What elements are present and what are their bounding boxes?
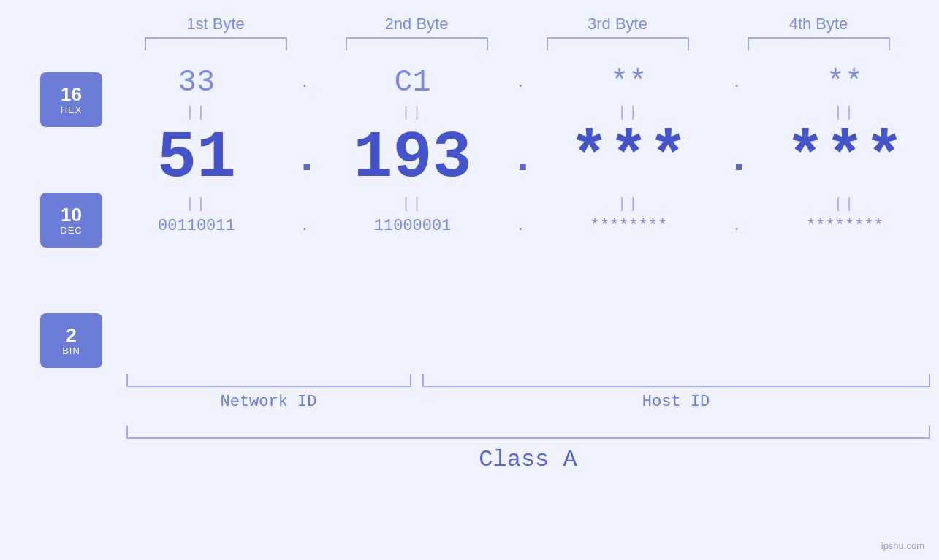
hex-b1: 33 bbox=[123, 65, 270, 100]
eq1-b1: || bbox=[123, 104, 270, 121]
eq2-b4: || bbox=[772, 196, 918, 212]
bracket-2 bbox=[346, 37, 488, 50]
dot-hex-2: . bbox=[509, 74, 531, 91]
class-section: Class A bbox=[126, 426, 930, 473]
hex-badge: 16 HEX bbox=[40, 72, 102, 127]
bracket-1 bbox=[145, 37, 287, 50]
network-bracket bbox=[126, 374, 411, 387]
dec-badge: 10 DEC bbox=[40, 193, 102, 248]
bracket-4 bbox=[748, 37, 890, 50]
bin-b4: ******** bbox=[772, 217, 918, 235]
dec-badge-number: 10 bbox=[61, 204, 82, 226]
dec-b2: 193 bbox=[340, 126, 486, 191]
bin-b3: ******** bbox=[555, 217, 702, 235]
eq1-b4: || bbox=[772, 104, 918, 121]
bin-b1: 00110011 bbox=[123, 217, 270, 235]
content-area: 16 HEX 10 DEC 2 BIN 33 . C1 bbox=[31, 58, 930, 368]
dec-row: 51 . 193 . *** . *** bbox=[112, 126, 930, 191]
hex-b2: C1 bbox=[340, 65, 486, 100]
dec-badge-label: DEC bbox=[60, 225, 82, 236]
bin-badge-number: 2 bbox=[66, 325, 76, 346]
eq2-b1: || bbox=[123, 196, 270, 212]
bin-badge: 2 BIN bbox=[40, 313, 102, 368]
eq1-b2: || bbox=[340, 104, 486, 121]
bin-row: 00110011 . 11000001 . ******** . *******… bbox=[112, 217, 930, 235]
byte1-header: 1st Byte bbox=[142, 15, 289, 34]
bin-badge-label: BIN bbox=[62, 345, 80, 356]
host-id-label: Host ID bbox=[422, 393, 930, 411]
network-id-label: Network ID bbox=[126, 393, 411, 411]
dot-bin-2: . bbox=[509, 218, 531, 234]
bottom-section: Network ID Host ID bbox=[126, 374, 930, 411]
hex-badge-number: 16 bbox=[61, 84, 82, 105]
eq2-b2: || bbox=[340, 196, 486, 212]
class-label: Class A bbox=[126, 446, 930, 473]
bracket-3 bbox=[547, 37, 689, 50]
equals-row-2: || || || || bbox=[112, 191, 930, 217]
bin-b2: 11000001 bbox=[340, 217, 486, 235]
dot-hex-3: . bbox=[726, 74, 748, 91]
dot-dec-2: . bbox=[509, 137, 531, 180]
dot-dec-1: . bbox=[294, 137, 316, 180]
gap-spacer bbox=[411, 393, 422, 411]
host-bracket bbox=[422, 374, 930, 387]
byte-headers: 1st Byte 2nd Byte 3rd Byte 4th Byte bbox=[115, 15, 919, 34]
eq2-b3: || bbox=[555, 196, 702, 212]
dot-bin-3: . bbox=[726, 218, 748, 234]
values-grid: 33 . C1 . ** . ** || || bbox=[112, 58, 930, 235]
byte4-header: 4th Byte bbox=[745, 15, 892, 34]
hex-badge-label: HEX bbox=[61, 104, 83, 115]
hex-row: 33 . C1 . ** . ** bbox=[112, 65, 930, 100]
dec-b1: 51 bbox=[123, 126, 270, 191]
bottom-labels: Network ID Host ID bbox=[126, 393, 930, 411]
dot-dec-3: . bbox=[726, 137, 748, 180]
bottom-brackets bbox=[126, 374, 930, 387]
dot-hex-1: . bbox=[294, 74, 316, 91]
watermark: ipshu.com bbox=[881, 540, 924, 551]
byte2-header: 2nd Byte bbox=[343, 15, 490, 34]
top-brackets bbox=[115, 37, 919, 50]
dec-b4: *** bbox=[772, 126, 918, 191]
hex-b3: ** bbox=[555, 65, 702, 100]
dec-b3: *** bbox=[555, 126, 702, 191]
class-bracket bbox=[126, 426, 930, 439]
eq1-b3: || bbox=[555, 104, 702, 121]
hex-b4: ** bbox=[772, 65, 918, 100]
byte3-header: 3rd Byte bbox=[544, 15, 691, 34]
badge-column: 16 HEX 10 DEC 2 BIN bbox=[31, 72, 112, 368]
main-container: 1st Byte 2nd Byte 3rd Byte 4th Byte 16 H… bbox=[0, 0, 939, 560]
dot-bin-1: . bbox=[294, 218, 316, 234]
bracket-gap bbox=[411, 374, 422, 387]
